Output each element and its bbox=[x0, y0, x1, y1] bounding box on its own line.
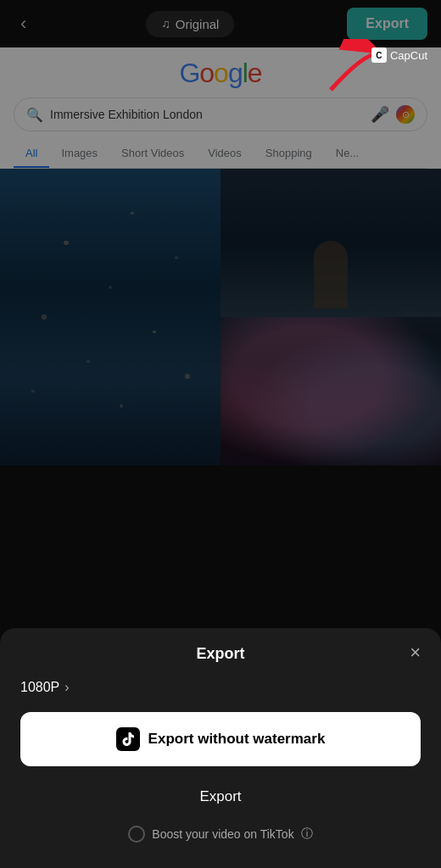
search-icon: 🔍 bbox=[26, 107, 43, 123]
export-no-watermark-text: Export without watermark bbox=[148, 731, 326, 748]
audio-tab-button[interactable]: ♫ Original bbox=[146, 11, 234, 37]
tab-images[interactable]: Images bbox=[49, 140, 109, 168]
boost-row: Boost your video on TikTok ⓘ bbox=[20, 826, 421, 843]
resolution-row[interactable]: 1080P › bbox=[20, 680, 421, 695]
tab-short-videos[interactable]: Short Videos bbox=[109, 140, 196, 168]
chevron-right-icon: › bbox=[64, 680, 69, 695]
tab-shopping[interactable]: Shopping bbox=[254, 140, 324, 168]
colorful-overlay bbox=[220, 317, 441, 465]
grid-image-colorful bbox=[220, 317, 441, 465]
sheet-title: Export bbox=[196, 645, 244, 663]
capcut-logo-icon: C bbox=[371, 47, 387, 63]
fish-overlay bbox=[0, 169, 220, 465]
export-no-watermark-button[interactable]: Export without watermark bbox=[20, 712, 421, 766]
tiktok-icon bbox=[116, 727, 140, 751]
tab-videos[interactable]: Videos bbox=[196, 140, 254, 168]
back-button[interactable]: ‹ bbox=[14, 9, 33, 38]
search-bar[interactable]: 🔍 Immersive Exhibition London 🎤 ⊙ bbox=[14, 97, 427, 131]
grid-right-column bbox=[220, 169, 441, 465]
person-silhouette bbox=[314, 241, 348, 309]
sheet-header: Export × bbox=[20, 645, 421, 663]
grid-image-person bbox=[220, 169, 441, 317]
grid-image-fish bbox=[0, 169, 220, 465]
music-icon: ♫ bbox=[161, 17, 170, 31]
export-plain-button[interactable]: Export bbox=[20, 782, 421, 812]
capcut-badge: C CapCut bbox=[371, 47, 427, 63]
capcut-label: CapCut bbox=[390, 49, 427, 62]
boost-circle-icon bbox=[128, 826, 145, 843]
close-button[interactable]: × bbox=[410, 643, 421, 662]
tab-all[interactable]: All bbox=[14, 140, 49, 168]
tab-news[interactable]: Ne... bbox=[324, 140, 371, 168]
google-lens-icon: ⊙ bbox=[396, 105, 415, 124]
image-grid bbox=[0, 169, 441, 465]
export-button[interactable]: Export bbox=[347, 8, 427, 40]
search-query-text: Immersive Exhibition London bbox=[50, 108, 364, 121]
audio-tab-label: Original bbox=[176, 17, 220, 31]
resolution-label: 1080P bbox=[20, 680, 59, 695]
search-tabs: All Images Short Videos Videos Shopping … bbox=[14, 140, 427, 169]
boost-text: Boost your video on TikTok bbox=[152, 827, 293, 841]
export-bottom-sheet: Export × 1080P › Export without watermar… bbox=[0, 628, 441, 868]
microphone-icon: 🎤 bbox=[371, 105, 389, 124]
info-icon: ⓘ bbox=[301, 826, 313, 842]
